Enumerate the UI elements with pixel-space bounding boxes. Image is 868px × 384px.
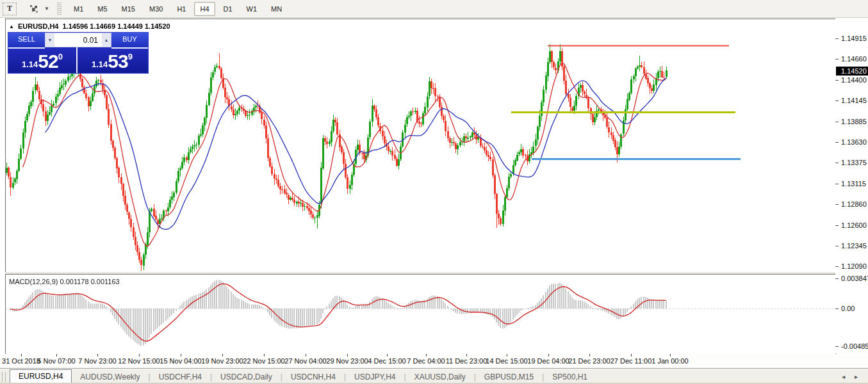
lot-decrease-button[interactable]: ▼: [45, 33, 54, 47]
price-axis-label: 1.13885: [835, 118, 868, 125]
time-axis-label: 27 Dec 11:00: [610, 357, 652, 365]
price-axis-label: 1.14145: [835, 97, 868, 104]
macd-name: MACD(12,26,9): [9, 278, 58, 285]
time-axis-tick: [56, 354, 57, 356]
tabs: EURUSD,H4AUDUSD,Weekly|USDCHF,H4|USDCAD,…: [10, 369, 596, 383]
chart-ohlc-values: 1.14596 1.14669 1.14449 1.14520: [63, 22, 170, 30]
chart-tab-audusd-weekly[interactable]: AUDUSD,Weekly: [72, 371, 148, 383]
chart-tab-xauusd-daily[interactable]: XAUUSD,Daily: [406, 371, 474, 383]
price-axis-label: 1.13375: [835, 159, 868, 166]
lot-size-input[interactable]: [54, 33, 102, 47]
price-axis-label: 1.12860: [835, 200, 868, 208]
chart-tab-eurusd-h4[interactable]: EURUSD,H4: [10, 369, 72, 383]
buy-price-prefix: 1.14: [92, 59, 108, 70]
arrows-dropdown-caret[interactable]: ▼: [43, 3, 51, 15]
time-axis-tick: [670, 354, 671, 356]
time-axis-tick: [387, 354, 388, 356]
time-axis-tick: [466, 354, 467, 356]
time-axis-tick: [139, 354, 140, 356]
toolbar: T ▼ M1M5M15M30H1H4D1W1MN: [0, 0, 868, 18]
timeframe-button-m1[interactable]: M1: [68, 2, 89, 16]
chart-window: ▲ EURUSD,H4 1.14596 1.14669 1.14449 1.14…: [0, 18, 868, 384]
buy-price[interactable]: 1.14 53 9: [78, 47, 147, 73]
timeframe-button-w1[interactable]: W1: [241, 2, 263, 16]
time-axis-label: 12 Nov 15:00: [118, 357, 160, 365]
time-axis-tick: [507, 354, 507, 356]
time-axis-label: 7 Nov 23:00: [78, 357, 116, 365]
sell-price-prefix: 1.14: [22, 59, 38, 70]
time-axis-tick: [97, 354, 98, 356]
timeframe-button-h1[interactable]: H1: [171, 2, 192, 16]
one-click-trade-panel: SELL ▼ ▲ BUY 1.14 52 0 1.14 53 9: [8, 32, 149, 74]
time-axis-label: 5 Nov 07:00: [37, 357, 75, 365]
macd-value: 0.001178: [60, 278, 88, 285]
chart-tab-usdcnh-h4[interactable]: USDCNH,H4: [283, 371, 344, 383]
price-axis[interactable]: 1.14520 1.149151.146601.144001.141451.13…: [835, 19, 868, 353]
macd-axis-label: -0.004856: [835, 342, 868, 350]
time-axis-label: 4 Dec 15:00: [368, 357, 405, 365]
time-axis-label: 21 Dec 23:00: [568, 357, 610, 365]
arrows-tool-button[interactable]: [26, 3, 42, 15]
chart-tab-bar: EURUSD,H4AUDUSD,Weekly|USDCHF,H4|USDCAD,…: [0, 368, 868, 383]
text-tool-button[interactable]: T: [3, 3, 17, 15]
macd-axis-label: 0.00: [835, 305, 868, 312]
time-axis-label: 11 Dec 23:00: [446, 357, 487, 365]
toolbar-grip: [57, 3, 61, 15]
time-axis-tick: [264, 354, 265, 356]
timeframe-button-m15[interactable]: M15: [116, 2, 141, 16]
price-axis-label: 1.13115: [835, 180, 868, 188]
buy-button[interactable]: BUY: [111, 33, 148, 49]
price-axis-label: 1.12345: [835, 242, 868, 250]
tab-bar-grip: [2, 372, 6, 382]
current-price-tag: 1.14520: [836, 67, 868, 76]
chart-symbol-period: EURUSD,H4: [18, 22, 59, 30]
price-axis-label: 1.12600: [835, 221, 868, 229]
macd-axis-label: 0.003847: [835, 275, 868, 282]
chart-title: ▲ EURUSD,H4 1.14596 1.14669 1.14449 1.14…: [9, 22, 170, 30]
time-axis-label: 15 Nov 04:00: [160, 357, 201, 365]
timeframe-button-mn[interactable]: MN: [265, 2, 288, 16]
timeframe-buttons: M1M5M15M30H1H4D1W1MN: [67, 2, 289, 16]
timeframe-button-h4[interactable]: H4: [194, 2, 215, 16]
timeframe-button-m30[interactable]: M30: [143, 2, 168, 16]
chart-tab-usdjpy-h4[interactable]: USDJPY,H4: [346, 371, 404, 383]
chart-tab-usdchf-h4[interactable]: USDCHF,H4: [151, 371, 210, 383]
time-axis-label: 22 Nov 15:00: [243, 357, 284, 365]
time-axis-tick: [548, 354, 549, 356]
timeframe-button-d1[interactable]: D1: [218, 2, 238, 16]
macd-signal-value: 0.001163: [91, 278, 120, 285]
arrows-tool-icon: [29, 4, 39, 14]
chart-tab-gbpusd-m15[interactable]: GBPUSD,M15: [476, 371, 542, 383]
time-axis-tick: [181, 354, 181, 356]
price-axis-label: 1.14915: [835, 35, 868, 42]
sell-price[interactable]: 1.14 52 0: [8, 47, 78, 73]
trade-panel-toggle-icon[interactable]: ▲: [9, 24, 14, 29]
price-axis-label: 1.12090: [835, 262, 868, 270]
time-axis-tick: [222, 354, 223, 356]
time-axis-label: 7 Dec 04:00: [407, 357, 445, 365]
time-axis-tick: [21, 354, 22, 356]
time-axis-label: 29 Nov 23:00: [326, 357, 368, 365]
time-axis-label: 31 Oct 2018: [2, 357, 40, 365]
chart-tab-sp500-h1[interactable]: SP500,H1: [544, 371, 596, 383]
time-axis-label: 27 Nov 04:00: [284, 357, 326, 365]
time-axis-tick: [631, 354, 632, 356]
time-axis-tick: [589, 354, 590, 356]
time-axis-label: 14 Dec 15:00: [486, 357, 527, 365]
time-axis-tick: [347, 354, 348, 356]
macd-indicator-label: MACD(12,26,9) 0.001178 0.001163: [9, 278, 120, 285]
macd-pane-border: [5, 274, 836, 355]
buy-price-pips: 53: [108, 52, 127, 70]
mt-terminal-window: T ▼ M1M5M15M30H1H4D1W1MN ▲ EURUSD,H4 1.1…: [0, 0, 868, 384]
price-axis-label: 1.13630: [835, 138, 868, 146]
timeframe-button-m5[interactable]: M5: [92, 2, 113, 16]
buy-price-point: 9: [128, 47, 133, 67]
lot-size-control: ▼ ▲: [45, 33, 111, 47]
time-axis[interactable]: 31 Oct 20185 Nov 07:007 Nov 23:0012 Nov …: [0, 354, 868, 368]
sell-button[interactable]: SELL: [8, 33, 45, 49]
tab-scroll-arrows[interactable]: ◂ ▸: [842, 371, 862, 383]
price-axis-label: 1.14660: [835, 55, 868, 63]
time-axis-label: 1 Jan 00:00: [651, 357, 689, 365]
lot-increase-button[interactable]: ▲: [102, 33, 111, 47]
chart-tab-usdcad-daily[interactable]: USDCAD,Daily: [212, 371, 281, 383]
